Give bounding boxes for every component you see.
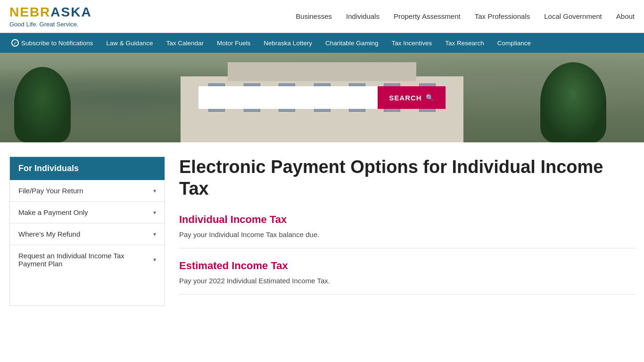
section-divider-2: [179, 294, 635, 295]
section-divider-1: [179, 248, 635, 248]
search-button[interactable]: SEARCH 🔍: [378, 86, 445, 109]
nav-law-guidance[interactable]: Law & Guidance: [99, 33, 159, 53]
sidebar-item-payment-plan[interactable]: Request an Individual Income Tax Payment…: [10, 245, 165, 274]
section-description-1: Pay your Individual Income Tax balance d…: [179, 230, 635, 239]
nav-subscribe[interactable]: ✓ Subscribe to Notifications: [5, 33, 99, 53]
chevron-icon: ▾: [153, 231, 156, 238]
section-heading-2[interactable]: Estimated Income Tax: [179, 260, 635, 272]
chevron-icon: ▾: [153, 209, 156, 216]
nav-tax-professionals[interactable]: Tax Professionals: [475, 12, 530, 20]
logo-tagline: Good Life. Great Service.: [9, 21, 92, 28]
nav-tax-incentives[interactable]: Tax Incentives: [385, 33, 439, 53]
section-individual-income-tax: Individual Income Tax Pay your Individua…: [179, 214, 635, 248]
nav-tax-calendar[interactable]: Tax Calendar: [159, 33, 210, 53]
logo-main: ASKA: [50, 5, 91, 19]
chevron-icon: ▾: [153, 256, 156, 263]
sidebar: For Individuals File/Pay Your Return ▾ M…: [9, 156, 165, 306]
sidebar-item-wheres-refund[interactable]: Where's My Refund ▾: [10, 223, 165, 245]
search-input[interactable]: [198, 86, 378, 109]
logo-area: NEBRASKA Good Life. Great Service.: [9, 5, 92, 28]
hero-banner: SEARCH 🔍: [0, 53, 644, 142]
nav-motor-fuels[interactable]: Motor Fuels: [210, 33, 257, 53]
search-bar: SEARCH 🔍: [198, 86, 445, 109]
checkmark-icon: ✓: [11, 39, 19, 47]
nav-local-government[interactable]: Local Government: [544, 12, 602, 20]
section-estimated-income-tax: Estimated Income Tax Pay your 2022 Indiv…: [179, 260, 635, 295]
nav-businesses[interactable]: Businesses: [296, 12, 332, 20]
nav-nebraska-lottery[interactable]: Nebraska Lottery: [257, 33, 319, 53]
tree-right: [540, 62, 606, 142]
nav-compliance[interactable]: Compliance: [491, 33, 537, 53]
page-title: Electronic Payment Options for Individua…: [179, 156, 635, 199]
sidebar-title: For Individuals: [10, 157, 165, 180]
chevron-icon: ▾: [153, 188, 156, 194]
sidebar-item-file-pay[interactable]: File/Pay Your Return ▾: [10, 180, 165, 202]
main-navigation: Businesses Individuals Property Assessme…: [296, 12, 635, 20]
article-content: Electronic Payment Options for Individua…: [179, 156, 635, 306]
nav-property-assessment[interactable]: Property Assessment: [394, 12, 461, 20]
search-icon: 🔍: [426, 94, 434, 101]
nav-individuals[interactable]: Individuals: [346, 12, 380, 20]
secondary-navigation: ✓ Subscribe to Notifications Law & Guida…: [0, 33, 644, 53]
tree-left: [14, 67, 71, 142]
nav-about[interactable]: About: [616, 12, 635, 20]
main-content: For Individuals File/Pay Your Return ▾ M…: [0, 142, 644, 320]
logo-accent: NEBR: [9, 5, 50, 19]
site-logo[interactable]: NEBRASKA: [9, 5, 92, 20]
nav-tax-research[interactable]: Tax Research: [438, 33, 491, 53]
nav-charitable-gaming[interactable]: Charitable Gaming: [319, 33, 385, 53]
subscribe-icon-group: ✓ Subscribe to Notifications: [11, 39, 93, 47]
section-description-2: Pay your 2022 Individual Estimated Incom…: [179, 277, 635, 285]
top-header: NEBRASKA Good Life. Great Service. Busin…: [0, 0, 644, 33]
section-heading-1[interactable]: Individual Income Tax: [179, 214, 635, 226]
sidebar-item-make-payment[interactable]: Make a Payment Only ▾: [10, 202, 165, 223]
